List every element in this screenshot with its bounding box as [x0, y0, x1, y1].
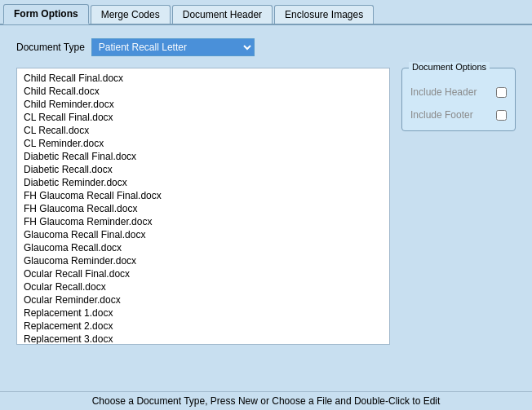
- list-item[interactable]: Glaucoma Recall Final.docx: [20, 228, 386, 241]
- include-footer-row: Include Footer: [410, 109, 507, 121]
- doc-type-label: Document Type: [16, 42, 85, 53]
- list-item[interactable]: Ocular Recall Final.docx: [20, 267, 386, 280]
- main-content: Document Type Patient Recall Letter Chil…: [0, 25, 532, 353]
- lower-section: Child Recall Final.docxChild Recall.docx…: [16, 68, 516, 345]
- tab-document-header[interactable]: Document Header: [172, 5, 273, 24]
- list-item[interactable]: Ocular Recall.docx: [20, 280, 386, 293]
- include-header-row: Include Header: [410, 86, 507, 98]
- list-item[interactable]: FH Glaucoma Recall.docx: [20, 202, 386, 215]
- doc-options-box: Document Options Include Header Include …: [401, 68, 516, 131]
- tab-merge-codes[interactable]: Merge Codes: [91, 5, 171, 24]
- tab-enclosure-images[interactable]: Enclosure Images: [274, 5, 374, 24]
- list-item[interactable]: Replacement 1.docx: [20, 306, 386, 320]
- include-header-label: Include Header: [410, 86, 477, 98]
- doc-type-row: Document Type Patient Recall Letter: [16, 38, 516, 56]
- list-item[interactable]: Glaucoma Reminder.docx: [20, 254, 386, 267]
- list-item[interactable]: Child Reminder.docx: [20, 98, 386, 111]
- list-item[interactable]: CL Reminder.docx: [20, 137, 386, 150]
- list-item[interactable]: FH Glaucoma Recall Final.docx: [20, 189, 386, 202]
- list-item[interactable]: Diabetic Reminder.docx: [20, 176, 386, 189]
- include-footer-checkbox[interactable]: [496, 110, 507, 121]
- list-item[interactable]: Child Recall.docx: [20, 85, 386, 98]
- include-header-checkbox[interactable]: [496, 87, 507, 98]
- include-footer-label: Include Footer: [410, 109, 473, 121]
- doc-type-select-wrapper: Patient Recall Letter: [91, 38, 255, 56]
- list-item[interactable]: Glaucoma Recall.docx: [20, 241, 386, 254]
- doc-options-title: Document Options: [409, 62, 490, 72]
- status-bar: Choose a Document Type, Press New or Cho…: [0, 391, 532, 410]
- list-item[interactable]: Replacement 2.docx: [20, 320, 386, 333]
- list-item[interactable]: Diabetic Recall.docx: [20, 163, 386, 176]
- doc-type-select[interactable]: Patient Recall Letter: [91, 38, 255, 56]
- list-item[interactable]: FH Glaucoma Reminder.docx: [20, 215, 386, 228]
- list-item[interactable]: CL Recall Final.docx: [20, 111, 386, 124]
- tab-bar: Form Options Merge Codes Document Header…: [0, 0, 532, 25]
- tab-form-options[interactable]: Form Options: [3, 4, 89, 24]
- list-item[interactable]: Child Recall Final.docx: [20, 72, 386, 85]
- list-item[interactable]: Diabetic Recall Final.docx: [20, 150, 386, 163]
- status-text: Choose a Document Type, Press New or Cho…: [92, 395, 441, 407]
- list-item[interactable]: Ocular Reminder.docx: [20, 293, 386, 306]
- file-list-container[interactable]: Child Recall Final.docxChild Recall.docx…: [16, 68, 390, 345]
- list-item[interactable]: Replacement 3.docx: [20, 333, 386, 345]
- list-item[interactable]: CL Recall.docx: [20, 124, 386, 137]
